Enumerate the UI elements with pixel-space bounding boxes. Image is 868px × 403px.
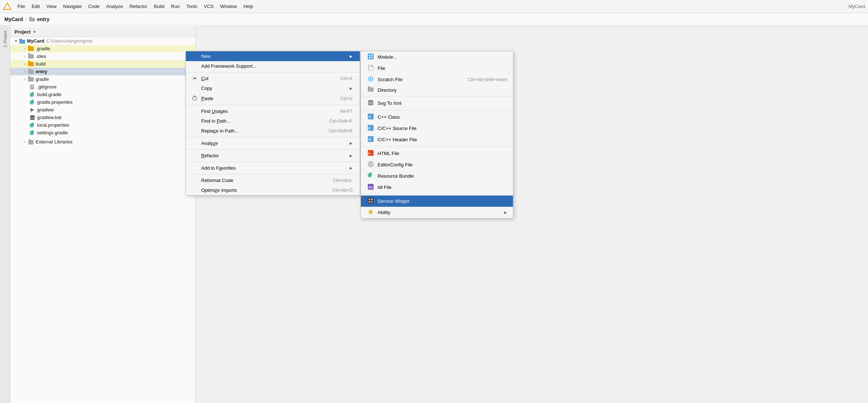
- tree-item-build-gradle[interactable]: build.gradle: [10, 91, 195, 98]
- sub-label-idl: Idl File: [378, 185, 507, 190]
- svg-rect-29: [371, 55, 373, 56]
- tree-header-label: Project: [15, 29, 31, 35]
- ctx-item-reformat[interactable]: Reformat Code Ctrl+Alt+L: [186, 175, 360, 185]
- ctx-label-framework: Add Framework Support...: [201, 63, 353, 69]
- svg-text:svg: svg: [369, 102, 373, 104]
- tree-root-icon: [19, 39, 25, 44]
- tree-item-settings-gradle[interactable]: settings.gradle: [10, 129, 195, 137]
- sub-item-svg[interactable]: svg Svg To Xml: [361, 98, 513, 109]
- sub-shortcut-scratch: Ctrl+Alt+Shift+Insert: [468, 77, 507, 82]
- ctx-item-find-usages[interactable]: Find Usages Alt+F7: [186, 106, 360, 116]
- sub-item-resource[interactable]: Resource Bundle: [361, 170, 513, 182]
- sub-icon-ability: [367, 209, 375, 216]
- ctx-shortcut-replace-path: Ctrl+Shift+R: [329, 129, 353, 134]
- svg-marker-14: [31, 108, 34, 112]
- tree-item-entry[interactable]: › entry: [10, 68, 195, 75]
- svg-rect-31: [371, 57, 373, 58]
- project-tree[interactable]: Project ▼ ▼ MyCard C:\Users\zhangrongcha…: [10, 25, 196, 403]
- tree-header-dropdown[interactable]: ▼: [33, 30, 36, 34]
- ctx-label-analyze: Analyze: [201, 141, 348, 146]
- menu-build[interactable]: Build: [151, 2, 167, 11]
- tree-item-gradle-folder[interactable]: › .gradle: [10, 45, 195, 52]
- breadcrumb-project[interactable]: MyCard: [4, 16, 23, 22]
- sub-item-html[interactable]: H HTML File: [361, 148, 513, 159]
- sub-item-module[interactable]: Module...: [361, 51, 513, 63]
- sub-item-service-widget[interactable]: Service Widget: [361, 195, 513, 207]
- sub-item-cpp-class[interactable]: C C++ Class: [361, 111, 513, 123]
- tree-label-gradle-props: gradle.properties: [37, 99, 73, 105]
- tree-label-gradlew: gradlew: [37, 107, 54, 112]
- menu-window[interactable]: Window: [217, 2, 240, 11]
- menu-tools[interactable]: Tools: [183, 2, 200, 11]
- tree-icon-settings-gradle: [29, 130, 36, 135]
- menu-file[interactable]: File: [15, 2, 28, 11]
- sub-item-file[interactable]: File: [361, 63, 513, 74]
- ctx-shortcut-optimize: Ctrl+Alt+O: [332, 188, 353, 193]
- svg-point-46: [370, 162, 371, 163]
- sub-label-resource: Resource Bundle: [378, 173, 507, 179]
- ctx-sep-2: [186, 105, 360, 105]
- tree-icon-gradle-props: [29, 100, 36, 105]
- menu-help[interactable]: Help: [240, 2, 256, 11]
- ctx-item-analyze[interactable]: Analyze ▶: [186, 138, 360, 148]
- sub-icon-cpp-source: C: [367, 125, 375, 132]
- menu-vcs[interactable]: VCS: [201, 2, 216, 11]
- ctx-icon-paste: [191, 95, 198, 102]
- tree-item-gradlew-bat[interactable]: bat gradlew.bat: [10, 114, 195, 121]
- svg-marker-57: [368, 209, 373, 214]
- svg-point-45: [370, 163, 372, 165]
- sub-item-idl[interactable]: IDL Idl File: [361, 182, 513, 193]
- ctx-shortcut-find-usages: Alt+F7: [340, 109, 353, 114]
- ctx-item-optimize[interactable]: Optimize Imports Ctrl+Alt+O: [186, 185, 360, 195]
- menu-run[interactable]: Run: [168, 2, 183, 11]
- ctx-item-cut[interactable]: ✂ Cut Ctrl+X: [186, 74, 360, 83]
- sub-icon-editorconfig: [367, 161, 375, 168]
- sub-label-html: HTML File: [378, 151, 507, 156]
- sub-item-directory[interactable]: Directory: [361, 85, 513, 95]
- tree-item-local-props[interactable]: local.properties: [10, 121, 195, 129]
- tree-root-arrow: ▼: [13, 39, 19, 43]
- ctx-item-replace-path[interactable]: Replace in Path... Ctrl+Shift+R: [186, 126, 360, 136]
- menu-navigate[interactable]: Navigate: [60, 2, 84, 11]
- menu-code[interactable]: Code: [85, 2, 103, 11]
- tree-root[interactable]: ▼ MyCard C:\Users\zhangrongcha: [10, 37, 195, 45]
- ctx-item-copy[interactable]: Copy ▶: [186, 83, 360, 93]
- svg-rect-26: [194, 96, 196, 97]
- ctx-arrow-favorites: ▶: [350, 166, 353, 170]
- svg-rect-13: [31, 102, 33, 104]
- tree-root-path: C:\Users\zhangrongcha: [47, 39, 92, 44]
- ctx-item-new[interactable]: New ▶: [186, 51, 360, 61]
- sub-item-scratch[interactable]: Scratch File Ctrl+Alt+Shift+Insert: [361, 74, 513, 85]
- sub-item-cpp-source[interactable]: C C/C++ Source File: [361, 123, 513, 134]
- sub-icon-file: [367, 65, 375, 72]
- tree-icon-idea: [28, 54, 34, 59]
- menu-analyze[interactable]: Analyze: [103, 2, 126, 11]
- breadcrumb-current[interactable]: entry: [37, 16, 49, 22]
- tree-item-gitignore[interactable]: .gitignore: [10, 83, 195, 91]
- ctx-arrow-copy: ▶: [350, 86, 353, 90]
- ctx-item-favorites[interactable]: Add to Favorites ▶: [186, 163, 360, 173]
- sub-item-ability[interactable]: Ability ▶: [361, 207, 513, 218]
- ctx-item-framework[interactable]: Add Framework Support...: [186, 61, 360, 71]
- menu-refactor[interactable]: Refactor: [127, 2, 150, 11]
- menu-edit[interactable]: Edit: [29, 2, 43, 11]
- sub-item-cpp-header[interactable]: H C/C++ Header File: [361, 134, 513, 145]
- menu-view[interactable]: View: [43, 2, 59, 11]
- tree-item-gradlew[interactable]: gradlew: [10, 106, 195, 114]
- tree-item-external-libs[interactable]: › External Libraries: [10, 138, 195, 146]
- tree-item-gradle-props[interactable]: gradle.properties: [10, 98, 195, 106]
- tree-label-external: External Libraries: [36, 139, 72, 145]
- tree-item-gradle2[interactable]: › gradle: [10, 75, 195, 83]
- ctx-item-find-path[interactable]: Find in Path... Ctrl+Shift+F: [186, 116, 360, 126]
- tree-item-build[interactable]: › build: [10, 60, 195, 68]
- svg-rect-55: [369, 201, 370, 203]
- ctx-item-paste[interactable]: Paste Ctrl+V: [186, 93, 360, 104]
- ctx-sep-5: [186, 162, 360, 162]
- sub-item-editorconfig[interactable]: EditorConfig File: [361, 159, 513, 170]
- tree-item-idea[interactable]: › .idea: [10, 52, 195, 60]
- side-tab-project[interactable]: 1: Project: [2, 28, 8, 50]
- sub-icon-scratch: [367, 76, 375, 83]
- ctx-shortcut-reformat: Ctrl+Alt+L: [333, 178, 353, 183]
- tree-arrow-entry: ›: [22, 70, 28, 74]
- ctx-item-refactor[interactable]: Refactor ▶: [186, 151, 360, 161]
